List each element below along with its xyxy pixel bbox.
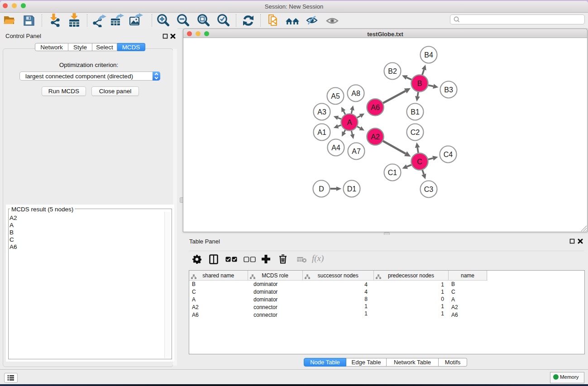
- svg-text:C: C: [417, 158, 422, 166]
- svg-text:A5: A5: [331, 92, 340, 100]
- svg-text:A7: A7: [352, 148, 361, 155]
- svg-text:D1: D1: [347, 185, 357, 193]
- svg-text:A1: A1: [317, 129, 326, 136]
- svg-text:C3: C3: [424, 186, 434, 193]
- svg-text:D: D: [319, 185, 324, 193]
- svg-text:B1: B1: [411, 108, 420, 116]
- svg-text:C1: C1: [388, 169, 397, 176]
- svg-text:B: B: [417, 80, 422, 87]
- svg-text:A6: A6: [371, 104, 380, 111]
- svg-text:A2: A2: [371, 133, 380, 141]
- svg-text:B3: B3: [444, 86, 453, 94]
- svg-text:A: A: [347, 119, 352, 126]
- svg-text:C2: C2: [411, 129, 420, 136]
- svg-text:B4: B4: [424, 51, 433, 59]
- svg-text:A8: A8: [351, 90, 360, 97]
- svg-text:A3: A3: [317, 108, 326, 116]
- svg-text:A4: A4: [331, 144, 340, 152]
- svg-text:C4: C4: [444, 151, 453, 158]
- svg-text:B2: B2: [388, 67, 397, 75]
